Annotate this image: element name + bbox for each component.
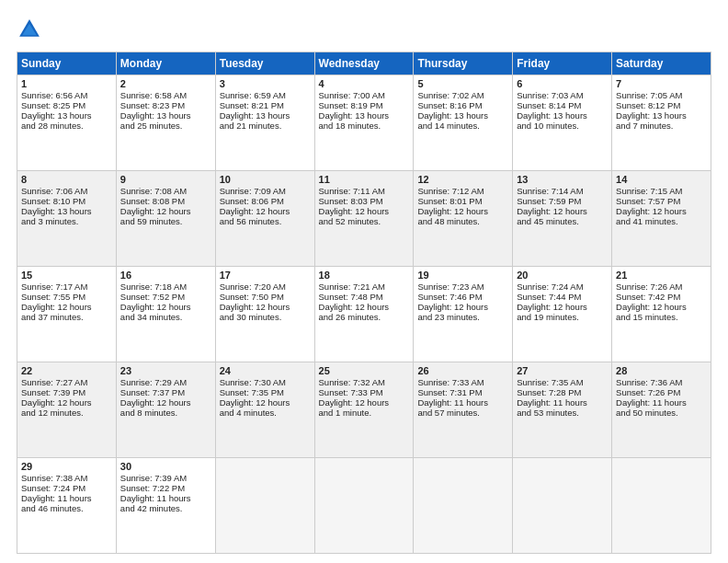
day-info-line: Sunrise: 7:14 AM bbox=[517, 186, 608, 196]
day-cell-21: 21Sunrise: 7:26 AMSunset: 7:42 PMDayligh… bbox=[612, 267, 711, 362]
day-number-5: 5 bbox=[417, 78, 508, 89]
column-header-wednesday: Wednesday bbox=[314, 52, 414, 75]
day-info-line: Sunset: 8:06 PM bbox=[220, 196, 311, 206]
day-info-line: Daylight: 13 hours bbox=[220, 110, 311, 121]
day-info-line: Sunset: 7:31 PM bbox=[417, 387, 508, 397]
day-number-1: 1 bbox=[21, 78, 112, 89]
day-info-line: Sunrise: 7:06 AM bbox=[21, 186, 112, 196]
day-info-line: Sunset: 8:14 PM bbox=[517, 100, 608, 110]
day-info-line: Daylight: 13 hours bbox=[120, 110, 211, 121]
empty-cell bbox=[314, 458, 414, 554]
day-info-line: Sunset: 8:03 PM bbox=[319, 196, 410, 206]
column-header-thursday: Thursday bbox=[414, 52, 513, 75]
day-info-line: and 10 minutes. bbox=[517, 121, 608, 131]
day-info-line: and 34 minutes. bbox=[120, 312, 211, 322]
day-info-line: Daylight: 12 hours bbox=[417, 302, 508, 312]
day-info-line: Sunrise: 7:30 AM bbox=[220, 377, 311, 387]
day-info-line: Sunset: 8:01 PM bbox=[417, 196, 508, 206]
day-info-line: and 1 minute. bbox=[319, 408, 410, 418]
day-info-line: Sunrise: 7:00 AM bbox=[319, 90, 410, 100]
day-number-6: 6 bbox=[517, 78, 608, 89]
day-info-line: Sunrise: 7:05 AM bbox=[616, 90, 707, 100]
day-info-line: and 14 minutes. bbox=[417, 121, 508, 131]
day-number-26: 26 bbox=[417, 365, 508, 376]
day-info-line: Sunrise: 7:09 AM bbox=[220, 186, 311, 196]
day-cell-23: 23Sunrise: 7:29 AMSunset: 7:37 PMDayligh… bbox=[116, 362, 215, 458]
day-cell-10: 10Sunrise: 7:09 AMSunset: 8:06 PMDayligh… bbox=[215, 171, 314, 267]
day-info-line: Sunrise: 7:24 AM bbox=[517, 282, 608, 292]
day-info-line: Sunset: 7:22 PM bbox=[120, 483, 211, 493]
day-number-27: 27 bbox=[517, 365, 608, 376]
day-info-line: Daylight: 11 hours bbox=[21, 493, 112, 503]
day-info-line: and 59 minutes. bbox=[120, 216, 211, 226]
day-info-line: and 46 minutes. bbox=[21, 503, 112, 513]
day-info-line: Sunset: 8:10 PM bbox=[21, 196, 112, 206]
day-info-line: Sunset: 7:26 PM bbox=[616, 387, 707, 397]
day-number-11: 11 bbox=[319, 174, 410, 185]
week-row-3: 15Sunrise: 7:17 AMSunset: 7:55 PMDayligh… bbox=[17, 267, 711, 362]
day-cell-26: 26Sunrise: 7:33 AMSunset: 7:31 PMDayligh… bbox=[414, 362, 513, 458]
day-info-line: and 23 minutes. bbox=[417, 312, 508, 322]
day-number-3: 3 bbox=[220, 78, 311, 89]
day-info-line: Daylight: 12 hours bbox=[319, 206, 410, 216]
day-info-line: Sunset: 7:52 PM bbox=[120, 292, 211, 302]
day-info-line: Sunset: 8:25 PM bbox=[21, 100, 112, 110]
empty-cell bbox=[612, 458, 711, 554]
day-info-line: Sunset: 7:57 PM bbox=[616, 196, 707, 206]
day-cell-13: 13Sunrise: 7:14 AMSunset: 7:59 PMDayligh… bbox=[513, 171, 612, 267]
day-info-line: Sunset: 7:37 PM bbox=[120, 387, 211, 397]
day-info-line: and 48 minutes. bbox=[417, 216, 508, 226]
day-number-25: 25 bbox=[319, 365, 410, 376]
day-number-20: 20 bbox=[517, 270, 608, 281]
day-info-line: Sunset: 8:23 PM bbox=[120, 100, 211, 110]
day-info-line: Sunset: 8:08 PM bbox=[120, 196, 211, 206]
day-info-line: Daylight: 13 hours bbox=[21, 110, 112, 121]
day-info-line: Daylight: 13 hours bbox=[517, 110, 608, 121]
day-info-line: Sunrise: 7:02 AM bbox=[417, 90, 508, 100]
column-header-monday: Monday bbox=[116, 52, 215, 75]
day-info-line: and 30 minutes. bbox=[220, 312, 311, 322]
day-info-line: Daylight: 12 hours bbox=[21, 397, 112, 408]
day-info-line: Sunset: 8:16 PM bbox=[417, 100, 508, 110]
day-number-9: 9 bbox=[120, 174, 211, 185]
day-info-line: Sunset: 7:33 PM bbox=[319, 387, 410, 397]
day-info-line: Daylight: 12 hours bbox=[21, 302, 112, 312]
day-number-14: 14 bbox=[616, 174, 707, 185]
day-info-line: Daylight: 13 hours bbox=[21, 206, 112, 216]
day-info-line: Sunrise: 7:08 AM bbox=[120, 186, 211, 196]
day-number-18: 18 bbox=[319, 270, 410, 281]
day-cell-8: 8Sunrise: 7:06 AMSunset: 8:10 PMDaylight… bbox=[17, 171, 117, 267]
empty-cell bbox=[513, 458, 612, 554]
day-info-line: and 3 minutes. bbox=[21, 216, 112, 226]
day-info-line: Daylight: 13 hours bbox=[616, 110, 707, 121]
day-info-line: and 56 minutes. bbox=[220, 216, 311, 226]
day-info-line: Sunset: 7:39 PM bbox=[21, 387, 112, 397]
day-cell-24: 24Sunrise: 7:30 AMSunset: 7:35 PMDayligh… bbox=[215, 362, 314, 458]
day-cell-27: 27Sunrise: 7:35 AMSunset: 7:28 PMDayligh… bbox=[513, 362, 612, 458]
day-number-29: 29 bbox=[21, 461, 112, 472]
day-info-line: Sunrise: 7:29 AM bbox=[120, 377, 211, 387]
day-number-24: 24 bbox=[220, 365, 311, 376]
week-row-5: 29Sunrise: 7:38 AMSunset: 7:24 PMDayligh… bbox=[17, 458, 711, 554]
day-info-line: Sunset: 7:42 PM bbox=[616, 292, 707, 302]
calendar: SundayMondayTuesdayWednesdayThursdayFrid… bbox=[17, 52, 711, 554]
day-number-21: 21 bbox=[616, 270, 707, 281]
day-info-line: and 41 minutes. bbox=[616, 216, 707, 226]
day-info-line: Sunrise: 7:15 AM bbox=[616, 186, 707, 196]
day-cell-3: 3Sunrise: 6:59 AMSunset: 8:21 PMDaylight… bbox=[215, 75, 314, 171]
day-cell-29: 29Sunrise: 7:38 AMSunset: 7:24 PMDayligh… bbox=[17, 458, 117, 554]
empty-cell bbox=[414, 458, 513, 554]
day-info-line: Sunrise: 7:33 AM bbox=[417, 377, 508, 387]
day-info-line: Daylight: 12 hours bbox=[517, 206, 608, 216]
day-number-4: 4 bbox=[319, 78, 410, 89]
column-header-saturday: Saturday bbox=[612, 52, 711, 75]
calendar-header-row: SundayMondayTuesdayWednesdayThursdayFrid… bbox=[17, 52, 711, 75]
day-info-line: Sunset: 7:44 PM bbox=[517, 292, 608, 302]
day-cell-28: 28Sunrise: 7:36 AMSunset: 7:26 PMDayligh… bbox=[612, 362, 711, 458]
day-info-line: Sunset: 7:24 PM bbox=[21, 483, 112, 493]
day-info-line: Sunset: 7:28 PM bbox=[517, 387, 608, 397]
day-info-line: and 18 minutes. bbox=[319, 121, 410, 131]
day-info-line: Sunrise: 7:35 AM bbox=[517, 377, 608, 387]
day-info-line: Sunrise: 7:39 AM bbox=[120, 473, 211, 483]
day-info-line: Daylight: 12 hours bbox=[120, 302, 211, 312]
